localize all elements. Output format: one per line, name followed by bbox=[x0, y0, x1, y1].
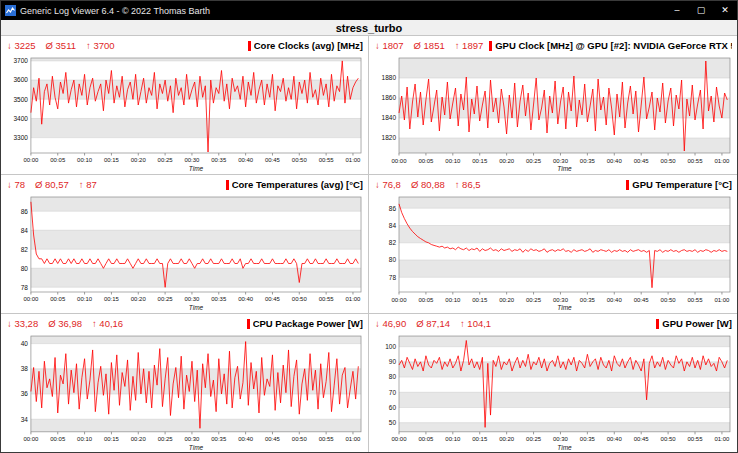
svg-text:00:35: 00:35 bbox=[580, 436, 596, 442]
svg-text:00:10: 00:10 bbox=[445, 158, 461, 164]
svg-text:00:45: 00:45 bbox=[634, 158, 650, 164]
svg-text:34: 34 bbox=[21, 416, 29, 423]
core-temps-plot: 868482807800:0000:0500:1000:1500:2000:25… bbox=[1, 193, 368, 313]
chart-panel-gpu-power: ↓ 46,90 Ø 87,14 ↑ 104,1 GPU Power [W] 10… bbox=[369, 314, 737, 453]
svg-text:00:45: 00:45 bbox=[265, 436, 281, 442]
svg-text:38: 38 bbox=[21, 365, 29, 372]
svg-text:00:40: 00:40 bbox=[238, 157, 254, 163]
svg-text:00:20: 00:20 bbox=[499, 436, 515, 442]
stat-min: ↓ 78 bbox=[7, 179, 25, 190]
gpu-clock-plot: 188018601840182000:0000:0500:1000:1500:2… bbox=[369, 54, 737, 174]
chart-stats: ↓ 3225 Ø 3511 ↑ 3700 bbox=[7, 40, 115, 51]
svg-text:3700: 3700 bbox=[14, 57, 29, 64]
svg-text:00:20: 00:20 bbox=[131, 296, 147, 302]
svg-text:00:25: 00:25 bbox=[526, 436, 542, 442]
svg-text:82: 82 bbox=[389, 239, 397, 246]
svg-text:00:15: 00:15 bbox=[472, 158, 488, 164]
panel-header: ↓ 1807 Ø 1851 ↑ 1897 GPU Clock [MHz] @ G… bbox=[369, 36, 737, 54]
stat-avg: Ø 87,14 bbox=[416, 318, 450, 329]
charts-grid: ↓ 3225 Ø 3511 ↑ 3700 Core Clocks (avg) [… bbox=[1, 36, 737, 453]
svg-text:00:30: 00:30 bbox=[553, 436, 569, 442]
svg-text:Time: Time bbox=[189, 165, 204, 172]
svg-text:01:00: 01:00 bbox=[345, 157, 361, 163]
titlebar: Generic Log Viewer 6.4 - © 2022 Thomas B… bbox=[1, 1, 737, 20]
chart-stats: ↓ 78 Ø 80,57 ↑ 87 bbox=[7, 179, 97, 190]
svg-text:00:55: 00:55 bbox=[688, 436, 704, 442]
svg-text:00:55: 00:55 bbox=[319, 296, 335, 302]
series-color-swatch bbox=[626, 180, 629, 190]
series-color-swatch bbox=[656, 319, 659, 329]
stat-max: ↑ 3700 bbox=[86, 40, 115, 51]
svg-text:00:30: 00:30 bbox=[553, 297, 569, 303]
cpu-power-plot: 4038363400:0000:0500:1000:1500:2000:2500… bbox=[1, 332, 368, 453]
svg-text:Time: Time bbox=[557, 444, 572, 451]
svg-text:00:30: 00:30 bbox=[184, 157, 200, 163]
svg-text:00:40: 00:40 bbox=[607, 436, 623, 442]
svg-text:3500: 3500 bbox=[14, 96, 29, 103]
svg-text:50: 50 bbox=[389, 419, 397, 426]
chart-stats: ↓ 76,8 Ø 80,88 ↑ 86,5 bbox=[375, 179, 481, 190]
svg-text:00:50: 00:50 bbox=[292, 296, 308, 302]
svg-text:00:30: 00:30 bbox=[184, 436, 200, 442]
svg-text:82: 82 bbox=[21, 246, 29, 253]
svg-text:00:50: 00:50 bbox=[661, 158, 677, 164]
svg-text:Time: Time bbox=[557, 304, 572, 311]
panel-header: ↓ 46,90 Ø 87,14 ↑ 104,1 GPU Power [W] bbox=[369, 314, 737, 332]
svg-text:80: 80 bbox=[389, 256, 397, 263]
stat-avg: Ø 1851 bbox=[414, 40, 445, 51]
svg-text:40: 40 bbox=[21, 340, 29, 347]
maximize-button[interactable]: ▢ bbox=[689, 1, 713, 20]
chart-title: GPU Power [W] bbox=[662, 318, 732, 329]
chart-panel-cpu-power: ↓ 33,28 Ø 36,98 ↑ 40,16 CPU Package Powe… bbox=[1, 314, 369, 453]
svg-text:00:20: 00:20 bbox=[131, 157, 147, 163]
svg-text:70: 70 bbox=[389, 389, 397, 396]
svg-text:00:50: 00:50 bbox=[292, 157, 308, 163]
svg-text:3600: 3600 bbox=[14, 76, 29, 83]
stat-min: ↓ 46,90 bbox=[375, 318, 406, 329]
svg-text:00:55: 00:55 bbox=[319, 157, 335, 163]
svg-text:Time: Time bbox=[557, 165, 572, 172]
svg-text:60: 60 bbox=[389, 404, 397, 411]
svg-text:84: 84 bbox=[389, 222, 397, 229]
svg-text:00:45: 00:45 bbox=[265, 296, 281, 302]
stat-min: ↓ 3225 bbox=[7, 40, 36, 51]
svg-text:00:50: 00:50 bbox=[661, 436, 677, 442]
series-color-swatch bbox=[226, 180, 229, 190]
svg-text:00:10: 00:10 bbox=[445, 297, 461, 303]
svg-text:00:00: 00:00 bbox=[23, 436, 39, 442]
svg-text:00:15: 00:15 bbox=[104, 296, 120, 302]
svg-text:00:15: 00:15 bbox=[104, 436, 120, 442]
gpu-power-plot: 100908070605000:0000:0500:1000:1500:2000… bbox=[369, 332, 737, 453]
chart-stats: ↓ 1807 Ø 1851 ↑ 1897 bbox=[375, 40, 483, 51]
svg-text:00:05: 00:05 bbox=[418, 436, 434, 442]
chart-title: Core Temperatures (avg) [°C] bbox=[232, 179, 363, 190]
svg-text:3400: 3400 bbox=[14, 115, 29, 122]
stat-min: ↓ 76,8 bbox=[375, 179, 401, 190]
svg-text:00:15: 00:15 bbox=[472, 297, 488, 303]
minimize-button[interactable]: – bbox=[665, 1, 689, 20]
series-color-swatch bbox=[489, 41, 492, 51]
svg-text:00:40: 00:40 bbox=[238, 296, 254, 302]
chart-title: GPU Temperature [°C] bbox=[632, 179, 732, 190]
chart-legend: GPU Power [W] bbox=[656, 318, 732, 329]
series-color-swatch bbox=[247, 319, 250, 329]
stat-max: ↑ 40,16 bbox=[92, 318, 123, 329]
svg-text:00:35: 00:35 bbox=[211, 296, 227, 302]
svg-text:90: 90 bbox=[389, 358, 397, 365]
svg-text:00:25: 00:25 bbox=[158, 157, 174, 163]
close-button[interactable]: ✕ bbox=[713, 1, 737, 20]
svg-text:00:10: 00:10 bbox=[77, 296, 93, 302]
stat-min: ↓ 33,28 bbox=[7, 318, 38, 329]
svg-text:00:25: 00:25 bbox=[526, 297, 542, 303]
gpu-temp-plot: 868482807800:0000:0500:1000:1500:2000:25… bbox=[369, 193, 737, 313]
svg-text:00:40: 00:40 bbox=[607, 158, 623, 164]
svg-text:00:55: 00:55 bbox=[319, 436, 335, 442]
stat-max: ↑ 86,5 bbox=[455, 179, 481, 190]
svg-text:84: 84 bbox=[21, 227, 29, 234]
svg-text:01:00: 01:00 bbox=[714, 158, 730, 164]
chart-panel-gpu-temp: ↓ 76,8 Ø 80,88 ↑ 86,5 GPU Temperature [°… bbox=[369, 175, 737, 314]
chart-title: GPU Clock [MHz] @ GPU [#2]: NVIDIA GeFor… bbox=[495, 40, 732, 51]
svg-text:00:50: 00:50 bbox=[661, 297, 677, 303]
window-controls: – ▢ ✕ bbox=[665, 1, 737, 20]
svg-text:00:45: 00:45 bbox=[634, 436, 650, 442]
